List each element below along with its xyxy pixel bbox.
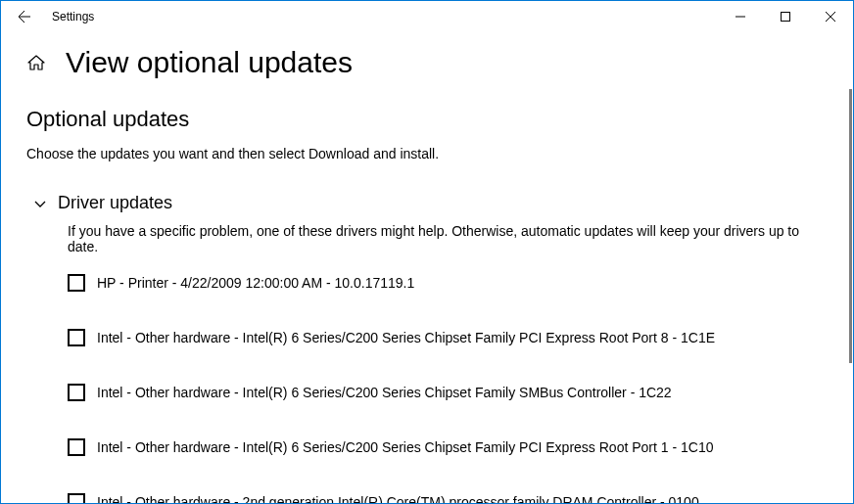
drivers-header-label: Driver updates <box>58 193 172 213</box>
content-area: View optional updates Optional updates C… <box>1 32 853 503</box>
update-checkbox[interactable] <box>68 329 85 346</box>
back-button[interactable] <box>9 1 40 32</box>
update-label: HP - Printer - 4/22/2009 12:00:00 AM - 1… <box>97 275 414 291</box>
update-checkbox[interactable] <box>68 274 85 292</box>
update-checkbox[interactable] <box>68 493 85 503</box>
maximize-icon <box>781 12 790 22</box>
drivers-hint: If you have a specific problem, one of t… <box>68 223 828 254</box>
home-icon[interactable] <box>26 53 46 72</box>
instruction-text: Choose the updates you want and then sel… <box>26 146 828 161</box>
update-item[interactable]: Intel - Other hardware - Intel(R) 6 Seri… <box>68 438 828 456</box>
update-label: Intel - Other hardware - 2nd generation … <box>97 494 699 503</box>
update-label: Intel - Other hardware - Intel(R) 6 Seri… <box>97 385 672 400</box>
window-controls <box>718 1 853 32</box>
close-icon <box>826 12 835 22</box>
minimize-icon <box>735 12 745 22</box>
update-item[interactable]: Intel - Other hardware - Intel(R) 6 Seri… <box>68 329 828 346</box>
update-item[interactable]: Intel - Other hardware - 2nd generation … <box>68 493 828 503</box>
update-list: HP - Printer - 4/22/2009 12:00:00 AM - 1… <box>32 274 828 503</box>
update-label: Intel - Other hardware - Intel(R) 6 Seri… <box>97 330 715 345</box>
maximize-button[interactable] <box>763 1 808 32</box>
drivers-section: Driver updates If you have a specific pr… <box>26 193 828 503</box>
back-arrow-icon <box>17 9 32 24</box>
minimize-button[interactable] <box>718 1 763 32</box>
update-label: Intel - Other hardware - Intel(R) 6 Seri… <box>97 439 713 455</box>
app-title: Settings <box>52 10 94 23</box>
close-button[interactable] <box>808 1 853 32</box>
chevron-down-icon <box>32 196 48 211</box>
section-title: Optional updates <box>26 107 828 132</box>
drivers-header[interactable]: Driver updates <box>32 193 828 213</box>
titlebar: Settings <box>1 1 853 32</box>
page-header: View optional updates <box>26 46 828 79</box>
update-item[interactable]: HP - Printer - 4/22/2009 12:00:00 AM - 1… <box>68 274 828 292</box>
update-checkbox[interactable] <box>68 384 85 401</box>
update-checkbox[interactable] <box>68 438 85 456</box>
scrollbar[interactable] <box>849 89 852 363</box>
page-title: View optional updates <box>66 46 353 79</box>
update-item[interactable]: Intel - Other hardware - Intel(R) 6 Seri… <box>68 384 828 401</box>
svg-rect-1 <box>782 13 790 22</box>
